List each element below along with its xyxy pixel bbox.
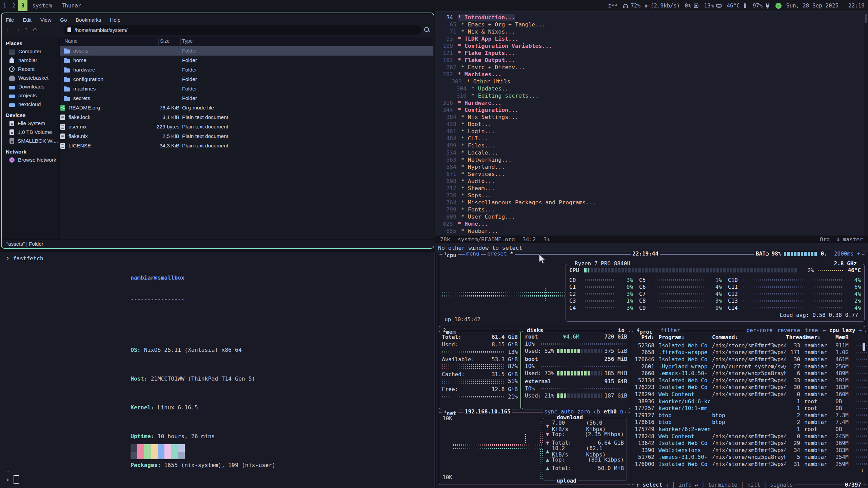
process-row[interactable]: 3390 WebExtensions /nix/store/sm8fmrf3wp… bbox=[635, 447, 868, 454]
process-row[interactable]: 13642 Isolated Web Co /nix/store/sm8fmrf… bbox=[635, 440, 868, 447]
network-module[interactable]: @ (2.9kb/s) bbox=[645, 2, 680, 9]
update-interval-control[interactable]: - 2000ms + bbox=[826, 250, 862, 257]
home-button[interactable]: ⌂ bbox=[31, 25, 39, 33]
io-tab[interactable]: io bbox=[617, 327, 626, 334]
org-heading-line[interactable]: 267 * Envrc + Direnv... bbox=[435, 64, 864, 71]
org-heading-line[interactable]: 282 * Machines... bbox=[435, 71, 864, 78]
column-size[interactable]: Size bbox=[160, 38, 170, 44]
process-row[interactable]: 178616 btop btop 2 nambiar 7.4M 0.0 bbox=[635, 419, 868, 426]
org-heading-line[interactable]: 71 * Nix & Nixos... bbox=[435, 28, 864, 36]
org-heading-line[interactable]: 671 * Services... bbox=[435, 171, 864, 178]
menu-item[interactable]: Edit bbox=[23, 17, 32, 23]
org-heading-line[interactable]: 310 * Editing secrets... bbox=[435, 93, 864, 100]
preset-button[interactable]: preset * bbox=[486, 250, 515, 257]
filter-button[interactable]: filter bbox=[659, 327, 682, 334]
menu-item[interactable]: Bookmarks bbox=[76, 17, 101, 23]
process-row[interactable]: 51762 .emacs-31.0.50- /nix/store/wnqz5pa… bbox=[635, 454, 868, 461]
column-type[interactable]: Type bbox=[182, 38, 193, 44]
scroll-down-icon[interactable]: ↓ bbox=[861, 467, 864, 473]
org-heading-line[interactable]: 344 * Configuration... bbox=[435, 107, 864, 114]
org-heading-line[interactable]: 316 * Hardware... bbox=[435, 100, 864, 107]
process-row[interactable]: 2658 .firefox-wrappe /nix/store/sm8fmrf3… bbox=[635, 349, 868, 356]
workspace-3-active[interactable]: 3 bbox=[18, 0, 27, 11]
org-heading-line[interactable]: 855 * Waubar... bbox=[435, 228, 864, 235]
menu-button[interactable]: menu bbox=[465, 250, 481, 257]
per-core-button[interactable]: per-core bbox=[746, 327, 772, 334]
menu-item[interactable]: File bbox=[6, 17, 14, 23]
org-heading-line[interactable]: 384 * Nix Settings... bbox=[435, 114, 864, 121]
sort-right-button[interactable]: → bbox=[859, 327, 862, 333]
column-name[interactable]: Name bbox=[64, 38, 78, 44]
reverse-button[interactable]: reverse bbox=[777, 327, 800, 334]
process-row[interactable]: 2601 .Hyprland-wrapp /run/current-system… bbox=[635, 363, 868, 370]
process-row[interactable]: 177257 kworker/10:1-mm_ 1 root 0B 0.0 bbox=[635, 405, 868, 412]
sidebar-item-computer[interactable]: Computer bbox=[2, 47, 59, 56]
file-row[interactable]: assets Folder bbox=[60, 46, 433, 56]
sidebar-item-nambiar[interactable]: nambiar bbox=[2, 56, 59, 65]
sidebar-item-browse-network[interactable]: Browse Network bbox=[2, 156, 59, 164]
file-row[interactable]: user.nix 229 bytes Plain text document bbox=[60, 122, 433, 131]
sort-left-button[interactable]: ← bbox=[823, 327, 826, 333]
updates-check-icon[interactable]: ✓ bbox=[775, 3, 782, 9]
org-heading-line[interactable]: 825 * Home... bbox=[435, 221, 864, 228]
process-row[interactable]: 176646 Isolated Web Co /nix/store/sm8fmr… bbox=[635, 356, 868, 363]
file-row[interactable]: home Folder bbox=[60, 56, 433, 65]
process-row[interactable]: 178294 Web Content /nix/store/sm8fmrf3wp… bbox=[635, 391, 868, 398]
volume-module[interactable]: 72% bbox=[623, 2, 640, 9]
up-button[interactable]: ↑ bbox=[22, 25, 30, 33]
sidebar-item-downloads[interactable]: Downloads bbox=[2, 82, 59, 91]
org-heading-line[interactable]: 65 * Emacs + Org + Tangle... bbox=[435, 21, 864, 28]
next-iface-button[interactable]: n→ bbox=[620, 408, 627, 415]
file-row[interactable]: flake.lock 3,1 KiB Plain text document bbox=[60, 113, 433, 122]
prev-iface-button[interactable]: ←b bbox=[594, 408, 600, 415]
org-heading-line[interactable]: 93 * TLDR App List... bbox=[435, 36, 864, 43]
org-heading-line[interactable]: 303 * Other Utils bbox=[435, 78, 864, 85]
process-row[interactable]: 175749 kworker/6:2-even 1 root 0B 0.0 bbox=[635, 426, 868, 433]
file-row[interactable]: LICENSE 34,3 KiB Plain text document bbox=[60, 141, 433, 150]
org-heading-line[interactable]: 304 * Updates... bbox=[435, 85, 864, 93]
org-heading-line[interactable]: 499 * Files... bbox=[435, 142, 864, 149]
org-heading-line[interactable]: 461 * Login... bbox=[435, 128, 864, 135]
temperature-module[interactable]: 46°C bbox=[727, 2, 748, 9]
sidebar-item-nextcloud[interactable]: nextcloud bbox=[2, 100, 59, 109]
scrollbar[interactable] bbox=[864, 12, 868, 235]
terminal-window[interactable]: › fastfetch nambiar@smallbox -----------… bbox=[0, 252, 435, 488]
menu-item[interactable]: Go bbox=[60, 17, 67, 23]
process-row[interactable]: 176000 Isolated Web Co /nix/store/sm8fmr… bbox=[635, 461, 868, 468]
process-row[interactable]: 176223 Isolated Web Co /nix/store/sm8fmr… bbox=[635, 384, 868, 391]
file-row[interactable]: configuration Folder bbox=[60, 75, 433, 84]
menu-item[interactable]: View bbox=[40, 17, 51, 23]
forward-button[interactable]: → bbox=[13, 25, 21, 33]
sidebar-item-recent[interactable]: Recent bbox=[2, 65, 59, 74]
org-heading-line[interactable]: 484 * CLI... bbox=[435, 135, 864, 142]
back-button[interactable]: ← bbox=[4, 25, 13, 33]
org-heading-line[interactable]: 109 * Configuration Variables... bbox=[435, 43, 864, 50]
workspace-2[interactable]: 2 bbox=[9, 0, 18, 11]
org-heading-line[interactable]: 584 * Hyprland... bbox=[435, 164, 864, 171]
proc-header[interactable]: Pid: Program: Command: Threads: User: Me… bbox=[635, 334, 860, 341]
org-heading-line[interactable]: 428 * Boot... bbox=[435, 121, 864, 128]
org-heading-line[interactable]: 162 * Flake Output... bbox=[435, 57, 864, 64]
process-row[interactable]: 52368 Isolated Web Co /nix/store/sm8fmrf… bbox=[635, 342, 868, 349]
file-row[interactable]: README.org 76,4 KiB Org-mode file bbox=[60, 103, 433, 113]
path-bar[interactable]: /home/nambiar/system/ bbox=[63, 25, 421, 35]
process-row[interactable]: 38936 kworker/u64:6-kc 1 root 0B 0.0 bbox=[635, 398, 868, 405]
org-heading-line[interactable]: 809 * User Config... bbox=[435, 214, 864, 221]
org-heading-line[interactable]: 717 * Steam... bbox=[435, 185, 864, 192]
search-icon[interactable] bbox=[423, 26, 430, 33]
org-heading-line[interactable]: 736 * Sops... bbox=[435, 192, 864, 199]
memory-module[interactable]: 13% bbox=[704, 2, 722, 9]
workspace-1[interactable]: 1 bbox=[0, 0, 9, 11]
menu-item[interactable]: Help bbox=[110, 17, 120, 23]
process-row[interactable]: 52134 Isolated Web Co /nix/store/sm8fmrf… bbox=[635, 377, 868, 384]
column-headers[interactable]: Name Size Type bbox=[60, 37, 433, 46]
org-heading-line[interactable]: 799 * Fonts... bbox=[435, 206, 864, 214]
org-heading-line[interactable]: 34 * Introduction... bbox=[435, 14, 864, 21]
org-heading-line[interactable]: 764 * Miscellaneous Packages and Program… bbox=[435, 199, 864, 206]
idle-inhibitor[interactable]: zᶻᶻ bbox=[608, 2, 618, 9]
org-heading-line[interactable]: 698 * Audio... bbox=[435, 178, 864, 185]
file-row[interactable]: machines Folder bbox=[60, 84, 433, 94]
org-heading-line[interactable]: 534 * Locale... bbox=[435, 149, 864, 157]
proc-scroll-thumb[interactable] bbox=[863, 343, 865, 351]
sidebar-item-1-0-tb-volume[interactable]: 1,0 TB Volume bbox=[2, 128, 59, 137]
